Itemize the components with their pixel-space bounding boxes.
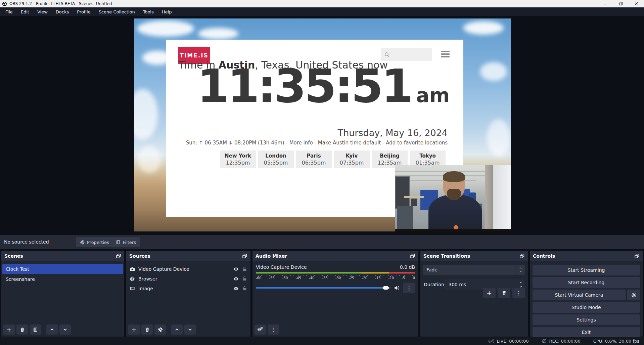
- gear-icon: [80, 240, 85, 245]
- source-list: Video Capture Device Browser Image: [126, 261, 250, 293]
- hamburger-menu-icon: [441, 51, 450, 59]
- source-context-toolbar: No source selected Properties Filters: [0, 235, 644, 249]
- webcam-source[interactable]: [395, 165, 511, 231]
- sources-panel: Sources Video Capture Device Browser Ima…: [126, 251, 250, 337]
- audio-mixer-title: Audio Mixer: [256, 253, 287, 259]
- menu-help[interactable]: Help: [158, 9, 176, 14]
- mixer-menu-button[interactable]: ⋮: [268, 325, 279, 335]
- popout-icon[interactable]: [410, 253, 415, 259]
- scene-item-screenshare[interactable]: Screenshare: [2, 274, 123, 284]
- city-kyiv: Kyiv07:35pm: [334, 150, 370, 168]
- person-beard: [447, 189, 461, 200]
- popout-icon[interactable]: [634, 253, 640, 259]
- scene-down-button[interactable]: [59, 325, 71, 335]
- popout-icon[interactable]: [116, 253, 121, 259]
- source-row-video-capture[interactable]: Video Capture Device: [126, 264, 250, 274]
- menu-edit[interactable]: Edit: [17, 9, 33, 14]
- trash-icon: [20, 327, 25, 332]
- unlock-icon[interactable]: [242, 276, 247, 281]
- menu-scene-collection[interactable]: Scene Collection: [95, 9, 139, 14]
- unlock-icon[interactable]: [242, 286, 247, 291]
- double-gear-icon: [258, 327, 263, 333]
- office-chair: [411, 199, 417, 207]
- source-row-image[interactable]: Image: [126, 284, 250, 293]
- close-icon: [634, 1, 639, 6]
- menu-file[interactable]: File: [1, 9, 17, 14]
- gear-icon: [158, 327, 163, 332]
- duration-label: Duration: [423, 282, 445, 287]
- source-properties-button[interactable]: [154, 325, 166, 335]
- studio-mode-button[interactable]: Studio Mode: [533, 302, 640, 313]
- clock-time: 11:35:51: [197, 63, 412, 110]
- volume-slider[interactable]: [256, 287, 391, 289]
- minimize-button[interactable]: –: [598, 0, 613, 7]
- remove-transition-button[interactable]: [498, 288, 510, 298]
- scene-filters-button[interactable]: [30, 325, 41, 335]
- eye-icon[interactable]: [233, 266, 239, 272]
- start-virtual-camera-button[interactable]: Start Virtual Camera: [533, 290, 626, 300]
- make-default-link: Make Austin time default: [318, 140, 381, 146]
- clock-ampm: am: [416, 84, 450, 107]
- remove-source-button[interactable]: [141, 325, 153, 335]
- menu-profile[interactable]: Profile: [73, 9, 94, 14]
- office-chair: [402, 198, 409, 207]
- volume-slider-handle[interactable]: [383, 286, 389, 290]
- start-streaming-button[interactable]: Start Streaming: [533, 265, 640, 275]
- menu-tools[interactable]: Tools: [139, 9, 158, 14]
- menu-docks[interactable]: Docks: [52, 9, 73, 14]
- settings-button[interactable]: Settings: [533, 314, 640, 325]
- source-down-button[interactable]: [184, 325, 196, 335]
- properties-button[interactable]: Properties: [76, 237, 113, 247]
- unlock-icon[interactable]: [242, 266, 247, 271]
- mixer-channel-menu-button[interactable]: ⋮: [403, 283, 415, 293]
- cloud: [463, 21, 504, 35]
- trash-icon: [502, 291, 507, 296]
- popout-icon[interactable]: [242, 253, 247, 259]
- transition-select[interactable]: Fade: [423, 265, 525, 275]
- window-title: OBS 29.1.2 - Profile: LLHLS BETA - Scene…: [9, 1, 112, 6]
- speaker-icon[interactable]: [394, 285, 400, 291]
- scene-item-clock-test[interactable]: Clock Test: [2, 264, 123, 274]
- source-up-button[interactable]: [171, 325, 183, 335]
- add-source-button[interactable]: +: [128, 325, 140, 335]
- program-preview[interactable]: TIME.IS Time in Austin, Texas, United St…: [134, 18, 511, 231]
- record-inactive-icon: [542, 338, 547, 344]
- eye-icon[interactable]: [233, 286, 239, 291]
- exit-button[interactable]: Exit: [533, 327, 640, 338]
- title-bar: OBS 29.1.2 - Profile: LLHLS BETA - Scene…: [0, 0, 644, 7]
- remove-scene-button[interactable]: [16, 325, 28, 335]
- office-window: [492, 165, 511, 231]
- add-scene-button[interactable]: +: [3, 325, 15, 335]
- advanced-audio-button[interactable]: [255, 325, 266, 335]
- menu-view[interactable]: View: [33, 9, 52, 14]
- popout-icon[interactable]: [519, 253, 525, 259]
- add-favorite-link: Add to favorite locations: [386, 140, 448, 146]
- audio-mixer-panel: Audio Mixer Video Capture Device 0.0 dB …: [252, 251, 418, 337]
- stream-inactive-icon: [489, 338, 494, 344]
- chevron-down-icon: [63, 327, 67, 332]
- close-button[interactable]: [629, 0, 644, 7]
- obs-window: OBS 29.1.2 - Profile: LLHLS BETA - Scene…: [0, 0, 644, 345]
- eye-icon[interactable]: [233, 276, 239, 282]
- transition-menu-button[interactable]: ⋮: [512, 288, 525, 298]
- person-head: [443, 172, 465, 199]
- start-recording-button[interactable]: Start Recording: [533, 277, 640, 288]
- source-row-browser[interactable]: Browser: [126, 274, 250, 284]
- filters-button[interactable]: Filters: [112, 237, 140, 247]
- office-chair: [397, 206, 413, 231]
- transition-select-arrows[interactable]: [516, 265, 525, 275]
- add-transition-button[interactable]: +: [483, 288, 496, 298]
- city-london: London05:35pm: [258, 150, 294, 168]
- spin-up-icon[interactable]: [519, 281, 523, 284]
- more-info-link: More info: [289, 140, 313, 146]
- source-status-text: No source selected: [4, 239, 49, 245]
- globe-icon: [130, 276, 135, 282]
- scene-up-button[interactable]: [46, 325, 58, 335]
- menu-bar: File Edit View Docks Profile Scene Colle…: [0, 7, 644, 16]
- chevron-up-icon: [50, 327, 54, 332]
- virtual-camera-settings-button[interactable]: [627, 290, 640, 300]
- restore-button[interactable]: [613, 0, 629, 7]
- cloud: [134, 89, 158, 139]
- cloud: [480, 62, 507, 81]
- city-paris: Paris06:35pm: [296, 150, 332, 168]
